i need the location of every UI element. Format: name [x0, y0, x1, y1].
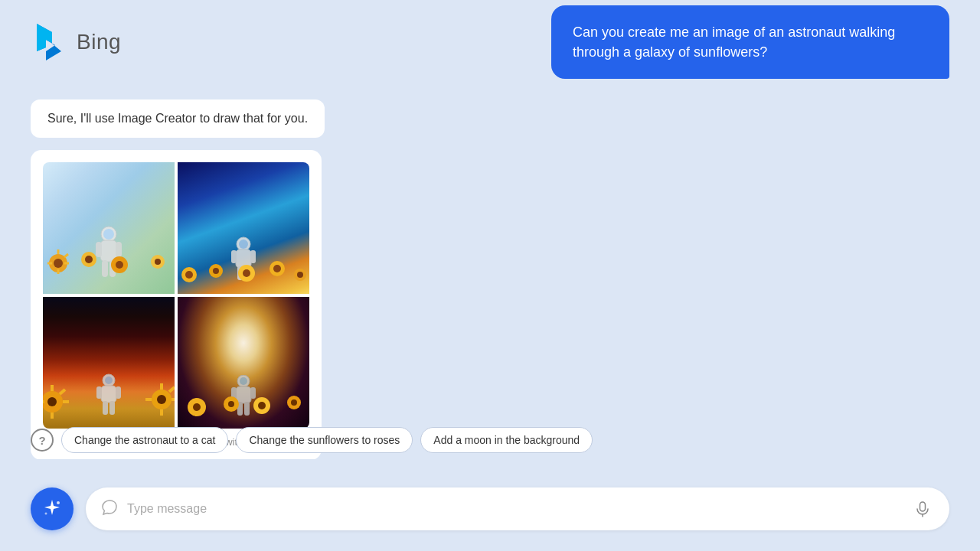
svg-point-21	[239, 240, 248, 249]
svg-line-54	[169, 387, 175, 392]
svg-point-32	[243, 269, 250, 277]
sunflower-svg-2	[178, 259, 309, 294]
svg-rect-75	[920, 502, 926, 511]
svg-point-68	[228, 401, 234, 407]
svg-point-74	[45, 513, 47, 515]
svg-point-36	[297, 272, 303, 278]
svg-point-52	[157, 395, 166, 404]
svg-line-47	[60, 390, 65, 394]
suggestion-chip-1[interactable]: Change the astronaut to a cat	[61, 427, 228, 453]
help-button[interactable]: ?	[31, 429, 54, 452]
assistant-reply: Sure, I'll use Image Creator to draw tha…	[31, 99, 325, 138]
mic-button[interactable]	[911, 497, 934, 520]
svg-point-45	[47, 397, 57, 406]
svg-point-10	[85, 256, 93, 263]
mic-icon	[914, 500, 931, 517]
bing-logo-icon	[31, 21, 67, 64]
svg-point-30	[213, 268, 219, 274]
generated-image-2[interactable]	[178, 162, 309, 294]
svg-point-73	[57, 501, 60, 504]
logo-area: Bing	[31, 21, 121, 64]
svg-point-8	[54, 259, 63, 268]
suggestion-chip-3[interactable]: Add a moon in the background	[420, 427, 593, 453]
chat-area: Sure, I'll use Image Creator to draw tha…	[0, 84, 980, 459]
image-card: Made with Image Creator	[31, 150, 322, 459]
logo-text: Bing	[77, 30, 121, 54]
sparkle-icon	[41, 498, 63, 520]
user-message-bubble: Can you create me an image of an astrona…	[551, 5, 949, 79]
sunflower-svg-1	[43, 248, 175, 294]
svg-point-12	[116, 261, 123, 269]
svg-point-59	[240, 377, 247, 385]
generated-image-4[interactable]	[178, 297, 309, 429]
svg-line-16	[64, 254, 68, 257]
image-grid	[43, 162, 309, 429]
chat-icon	[101, 499, 118, 519]
svg-point-72	[291, 399, 297, 406]
generated-image-3[interactable]	[43, 297, 175, 429]
suggestion-chip-2[interactable]: Change the sunflowers to roses	[236, 427, 413, 453]
message-input-wrapper	[86, 487, 949, 530]
message-input[interactable]	[127, 502, 902, 516]
sunflower-svg-4	[178, 390, 309, 429]
svg-point-34	[273, 265, 281, 272]
svg-point-28	[185, 271, 193, 279]
svg-point-14	[155, 259, 161, 265]
generated-image-1[interactable]	[43, 162, 175, 294]
header: Bing Can you create me an image of an as…	[0, 0, 980, 84]
svg-point-70	[258, 402, 266, 409]
input-bar	[0, 467, 980, 551]
svg-point-1	[103, 229, 114, 240]
sunflower-svg-3	[43, 383, 175, 429]
suggestions-row: ? Change the astronaut to a cat Change t…	[0, 427, 980, 453]
magic-button[interactable]	[31, 487, 74, 530]
svg-point-66	[193, 403, 201, 411]
